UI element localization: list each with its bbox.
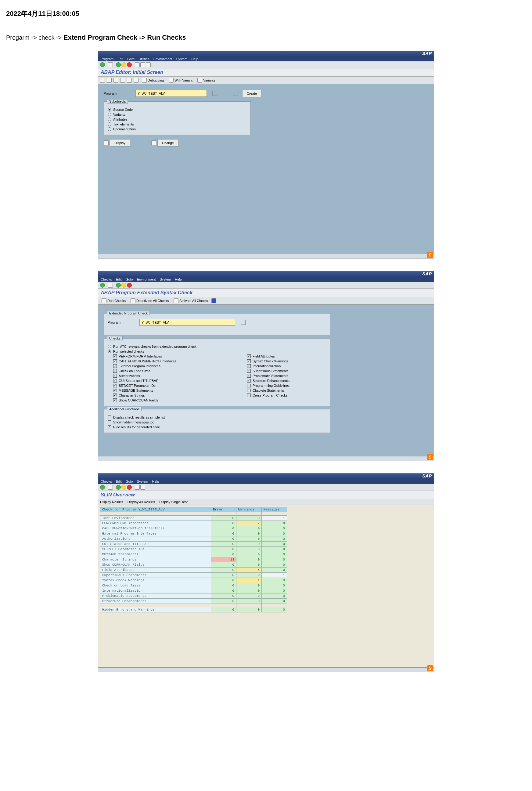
enter-icon[interactable] bbox=[100, 485, 105, 490]
menu-help[interactable]: Help bbox=[175, 277, 182, 281]
menu-edit[interactable]: Edit bbox=[116, 480, 122, 483]
check-option[interactable]: Internationalization bbox=[247, 364, 326, 368]
check-option[interactable]: Display check results as simple list bbox=[108, 415, 326, 420]
table-row[interactable]: Hidden Errors and Warnings000 bbox=[100, 607, 287, 612]
display-button[interactable]: Display bbox=[110, 139, 130, 147]
table-row[interactable]: GUI Status and TITLEBAR000 bbox=[100, 541, 287, 547]
table-row[interactable]: Structure Enhancements000 bbox=[100, 599, 287, 604]
change-pencil-icon[interactable] bbox=[151, 141, 156, 145]
check-option[interactable]: Hide results for generated code bbox=[108, 425, 326, 429]
table-row[interactable]: Test Environment001 bbox=[100, 516, 287, 521]
check-option[interactable]: Programming Guidelines bbox=[247, 383, 326, 388]
check-option[interactable]: Field Attributes bbox=[247, 354, 326, 359]
print-icon[interactable] bbox=[135, 485, 140, 490]
check-option[interactable]: Check on Load Sizes bbox=[113, 368, 192, 373]
table-row[interactable]: Internationalization000 bbox=[100, 588, 287, 593]
table-row[interactable]: MESSAGE Statements000 bbox=[100, 552, 287, 557]
f4-help-icon[interactable] bbox=[241, 320, 246, 325]
menu-help[interactable]: Help bbox=[152, 480, 159, 483]
display-results-button[interactable]: Display Results bbox=[100, 500, 123, 504]
menu-program[interactable]: Program bbox=[101, 57, 113, 61]
subobject-radio[interactable]: Attributes bbox=[108, 117, 247, 122]
exit-icon[interactable] bbox=[121, 62, 126, 67]
cancel-icon[interactable] bbox=[127, 283, 132, 288]
table-row[interactable]: Show CURR/QUAN Fields000 bbox=[100, 562, 287, 568]
other-object-icon[interactable] bbox=[134, 78, 138, 83]
menu-goto[interactable]: Goto bbox=[126, 480, 133, 483]
cancel-icon[interactable] bbox=[127, 485, 132, 490]
menu-environment[interactable]: Environment bbox=[153, 57, 172, 61]
activate-all-button[interactable]: Activate All Checks bbox=[172, 298, 210, 303]
create-button[interactable]: Create bbox=[242, 90, 262, 97]
table-row[interactable]: Character Strings1300 bbox=[100, 557, 287, 562]
check-option[interactable]: External Program Interfaces bbox=[113, 364, 192, 368]
check-icon[interactable] bbox=[100, 78, 105, 83]
display-all-results-button[interactable]: Display All Results bbox=[128, 500, 155, 504]
menu-checks[interactable]: Checks bbox=[101, 480, 112, 483]
subobject-radio[interactable]: Text elements bbox=[108, 122, 247, 127]
check-option[interactable]: Cross-Program Checks bbox=[247, 393, 326, 398]
menu-help[interactable]: Help bbox=[191, 57, 198, 61]
table-row[interactable]: Field Attributes050 bbox=[100, 568, 287, 573]
cancel-icon[interactable] bbox=[127, 62, 132, 67]
print-icon[interactable] bbox=[135, 62, 140, 67]
save-icon[interactable] bbox=[108, 62, 113, 67]
check-option[interactable]: Problematic Statements bbox=[247, 373, 326, 378]
exit-icon[interactable] bbox=[121, 485, 126, 490]
find-icon[interactable] bbox=[140, 62, 145, 67]
check-option[interactable]: PERFORM/FORM Interfaces bbox=[113, 354, 192, 359]
table-row[interactable]: SET/GET Parameter IDs000 bbox=[100, 547, 287, 552]
f4-help-icon[interactable] bbox=[212, 91, 217, 96]
table-row[interactable]: CALL FUNCTION/METHOD Interfaces000 bbox=[100, 526, 287, 531]
menu-system[interactable]: System bbox=[137, 480, 148, 483]
menu-goto[interactable]: Goto bbox=[127, 57, 134, 61]
variants-button[interactable]: Variants bbox=[196, 77, 217, 83]
check-option[interactable]: Authorizations bbox=[113, 373, 192, 378]
activate-icon[interactable] bbox=[107, 78, 112, 83]
check-option[interactable]: Superfluous Statements bbox=[247, 368, 326, 373]
create-new-icon[interactable] bbox=[233, 91, 238, 96]
subobject-radio[interactable]: Source Code bbox=[108, 107, 247, 112]
enter-icon[interactable] bbox=[100, 62, 105, 67]
menu-system[interactable]: System bbox=[160, 277, 171, 281]
exit-icon[interactable] bbox=[121, 283, 126, 288]
table-row[interactable]: PERFORM/FORM Interfaces020 bbox=[100, 521, 287, 526]
table-row[interactable]: External Program Interfaces000 bbox=[100, 531, 287, 536]
execute-icon[interactable] bbox=[113, 78, 118, 83]
table-row[interactable]: Problematic Statements000 bbox=[100, 593, 287, 599]
display-glasses-icon[interactable] bbox=[104, 141, 109, 145]
menu-edit[interactable]: Edit bbox=[117, 57, 123, 61]
back-icon[interactable] bbox=[116, 62, 121, 67]
table-row[interactable]: Check on Load Sizes000 bbox=[100, 583, 287, 588]
find-icon[interactable] bbox=[140, 485, 145, 490]
run-checks-button[interactable]: Run Checks bbox=[100, 298, 127, 303]
menu-system[interactable]: System bbox=[176, 57, 188, 61]
table-row[interactable]: Syntax Check Warnings010 bbox=[100, 578, 287, 583]
menu-environment[interactable]: Environment bbox=[137, 277, 156, 281]
check-option[interactable]: SET/GET Parameter IDs bbox=[113, 383, 192, 388]
where-used-icon[interactable] bbox=[120, 78, 125, 83]
enter-icon[interactable] bbox=[100, 283, 105, 288]
check-option[interactable]: MESSAGE Statements bbox=[113, 388, 192, 393]
check-option[interactable]: Character Strings bbox=[113, 393, 192, 398]
check-option[interactable]: Obsolete Statements bbox=[247, 388, 326, 393]
display-object-icon[interactable] bbox=[127, 78, 132, 83]
table-row[interactable]: Superfluous Statements001 bbox=[100, 573, 287, 578]
find-next-icon[interactable] bbox=[146, 62, 151, 67]
display-single-test-button[interactable]: Display Single Test bbox=[159, 500, 188, 504]
program-input[interactable] bbox=[135, 90, 207, 97]
save-icon[interactable] bbox=[108, 283, 113, 288]
table-row[interactable]: Authorizations000 bbox=[100, 536, 287, 541]
subobject-radio[interactable]: Documentation bbox=[108, 127, 247, 132]
deactivate-all-button[interactable]: Deactivate All Checks bbox=[129, 298, 170, 303]
check-option[interactable]: GUI Status and TITLEBAR bbox=[113, 378, 192, 383]
back-icon[interactable] bbox=[116, 485, 121, 490]
back-icon[interactable] bbox=[116, 283, 121, 288]
save-icon[interactable] bbox=[108, 485, 113, 490]
menu-edit[interactable]: Edit bbox=[116, 277, 122, 281]
info-icon[interactable] bbox=[211, 298, 216, 303]
debugging-button[interactable]: Debugging bbox=[140, 77, 165, 83]
check-option[interactable]: Structure Enhancements bbox=[247, 378, 326, 383]
check-option[interactable]: Show hidden messages too bbox=[108, 420, 326, 425]
atc-radio[interactable]: Run ATC-relevant checks from extended pr… bbox=[108, 344, 326, 349]
